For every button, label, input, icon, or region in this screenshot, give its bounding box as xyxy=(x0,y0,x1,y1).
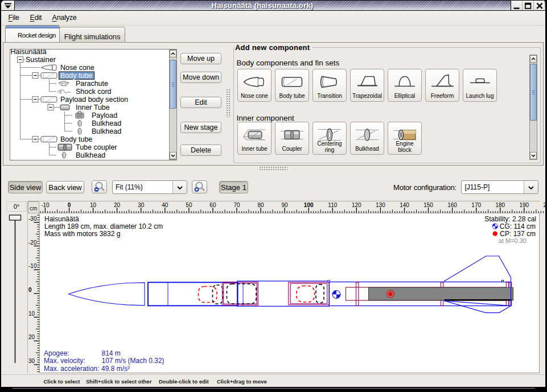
svg-text:140: 140 xyxy=(400,202,409,208)
svg-text:110: 110 xyxy=(328,202,337,208)
svg-text:40: 40 xyxy=(162,202,168,208)
svg-text:130: 130 xyxy=(376,202,385,208)
svg-text:80: 80 xyxy=(258,202,265,208)
svg-text:0: 0 xyxy=(68,202,71,208)
svg-text:-10: -10 xyxy=(41,202,50,208)
svg-text:20: 20 xyxy=(114,202,121,208)
svg-text:160: 160 xyxy=(447,202,457,208)
svg-text:170: 170 xyxy=(471,202,481,208)
svg-text:50: 50 xyxy=(186,202,192,208)
svg-text:180: 180 xyxy=(495,202,505,208)
svg-text:150: 150 xyxy=(423,202,433,208)
svg-text:120: 120 xyxy=(352,202,361,208)
svg-text:10: 10 xyxy=(90,202,97,208)
svg-text:190: 190 xyxy=(519,202,529,208)
svg-text:100: 100 xyxy=(304,202,314,208)
svg-text:60: 60 xyxy=(209,202,216,208)
svg-text:30: 30 xyxy=(138,202,145,208)
svg-text:200: 200 xyxy=(544,202,546,208)
svg-text:70: 70 xyxy=(233,202,240,208)
svg-text:90: 90 xyxy=(282,202,289,208)
